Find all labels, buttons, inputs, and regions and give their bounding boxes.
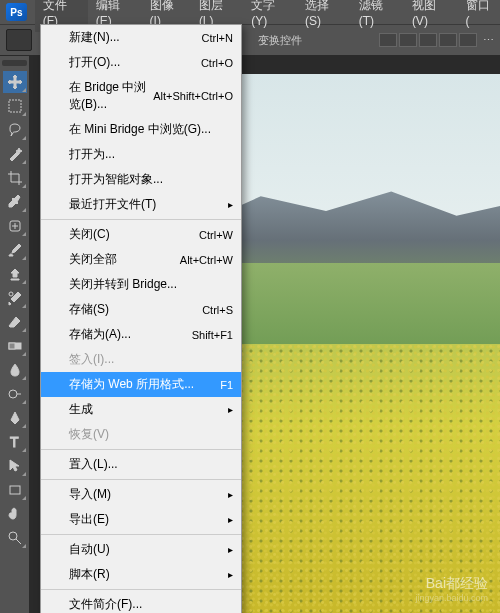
svg-rect-7 [10,486,20,494]
eyedropper-tool[interactable] [3,191,27,213]
lasso-tool[interactable] [3,119,27,141]
zoom-tool[interactable] [3,527,27,549]
menu-separator [41,219,241,220]
eraser-tool[interactable] [3,311,27,333]
menubar: Ps 文件(F) 编辑(E) 图像(I) 图层(L) 文字(Y) 选择(S) 滤… [0,0,500,24]
menu-shortcut: Ctrl+S [202,304,233,316]
dodge-tool[interactable] [3,383,27,405]
menu-select[interactable]: 选择(S) [297,0,351,32]
menu-separator [41,449,241,450]
brush-tool[interactable] [3,239,27,261]
menu-item-14[interactable]: 存储为 Web 所用格式...F1 [41,372,241,397]
menu-item-24[interactable]: 脚本(R)▸ [41,562,241,587]
menu-shortcut: Alt+Ctrl+W [180,254,233,266]
align-btn-4[interactable] [439,33,457,47]
menu-item-label: 自动(U) [69,541,110,558]
menu-item-label: 关闭(C) [69,226,110,243]
menu-item-label: 打开为... [69,146,115,163]
type-tool[interactable]: T [3,431,27,453]
menu-item-10[interactable]: 关闭并转到 Bridge... [41,272,241,297]
menu-item-15[interactable]: 生成▸ [41,397,241,422]
menu-separator [41,479,241,480]
menu-item-16: 恢复(V) [41,422,241,447]
menu-item-label: 存储为 Web 所用格式... [69,376,194,393]
menu-window[interactable]: 窗口( [458,0,500,32]
menu-shortcut: F1 [220,379,233,391]
menu-item-label: 存储为(A)... [69,326,131,343]
app-icon: Ps [6,3,27,21]
svg-rect-4 [9,343,15,349]
menu-item-label: 最近打开文件(T) [69,196,156,213]
tool-preset-icon[interactable] [6,29,32,51]
crop-tool[interactable] [3,167,27,189]
menu-item-label: 恢复(V) [69,426,109,443]
healing-brush-tool[interactable] [3,215,27,237]
menu-item-23[interactable]: 自动(U)▸ [41,537,241,562]
svg-rect-0 [9,100,21,112]
hand-tool[interactable] [3,503,27,525]
menu-shortcut: Ctrl+O [201,57,233,69]
menu-item-0[interactable]: 新建(N)...Ctrl+N [41,25,241,50]
menu-item-label: 生成 [69,401,93,418]
clone-stamp-tool[interactable] [3,263,27,285]
menu-item-label: 在 Mini Bridge 中浏览(G)... [69,121,211,138]
align-btn-5[interactable] [459,33,477,47]
rectangle-tool[interactable] [3,479,27,501]
menu-item-5[interactable]: 打开为智能对象... [41,167,241,192]
menu-item-label: 脚本(R) [69,566,110,583]
toolbox: T [0,56,30,613]
menu-item-26[interactable]: 文件简介(F)... [41,592,241,613]
menu-item-label: 打开为智能对象... [69,171,163,188]
menu-item-label: 关闭并转到 Bridge... [69,276,177,293]
svg-point-8 [9,532,17,540]
svg-point-2 [9,292,13,296]
marquee-tool[interactable] [3,95,27,117]
align-btn-1[interactable] [379,33,397,47]
pen-tool[interactable] [3,407,27,429]
menu-item-label: 文件简介(F)... [69,596,142,613]
menu-item-2[interactable]: 在 Bridge 中浏览(B)...Alt+Shift+Ctrl+O [41,75,241,117]
transform-controls-label: 变换控件 [258,33,302,48]
history-brush-tool[interactable] [3,287,27,309]
menu-item-label: 导入(M) [69,486,111,503]
dots-icon[interactable]: ⋯ [483,34,494,47]
watermark-sub: jingyan.baidu.com [415,593,488,603]
menu-shortcut: Ctrl+N [202,32,233,44]
menu-item-20[interactable]: 导入(M)▸ [41,482,241,507]
menu-separator [41,589,241,590]
menu-item-21[interactable]: 导出(E)▸ [41,507,241,532]
menu-filter[interactable]: 滤镜(T) [351,0,404,32]
menu-separator [41,534,241,535]
menu-item-12[interactable]: 存储为(A)...Shift+F1 [41,322,241,347]
menu-view[interactable]: 视图(V) [404,0,458,32]
menu-item-label: 新建(N)... [69,29,120,46]
submenu-arrow-icon: ▸ [228,404,233,415]
menu-item-1[interactable]: 打开(O)...Ctrl+O [41,50,241,75]
menu-item-8[interactable]: 关闭(C)Ctrl+W [41,222,241,247]
menu-shortcut: Shift+F1 [192,329,233,341]
gradient-tool[interactable] [3,335,27,357]
menu-item-9[interactable]: 关闭全部Alt+Ctrl+W [41,247,241,272]
blur-tool[interactable] [3,359,27,381]
menu-item-11[interactable]: 存储(S)Ctrl+S [41,297,241,322]
toolbox-grip[interactable] [2,60,27,66]
menu-item-13: 签入(I)... [41,347,241,372]
magic-wand-tool[interactable] [3,143,27,165]
menu-item-4[interactable]: 打开为... [41,142,241,167]
submenu-arrow-icon: ▸ [228,569,233,580]
svg-point-5 [9,390,17,398]
align-btn-2[interactable] [399,33,417,47]
watermark: Bai都经验 jingyan.baidu.com [415,575,488,603]
menu-item-label: 导出(E) [69,511,109,528]
menu-item-3[interactable]: 在 Mini Bridge 中浏览(G)... [41,117,241,142]
menu-type[interactable]: 文字(Y) [243,0,297,32]
path-selection-tool[interactable] [3,455,27,477]
menu-item-label: 关闭全部 [69,251,117,268]
menu-item-18[interactable]: 置入(L)... [41,452,241,477]
move-tool[interactable] [3,71,27,93]
menu-item-label: 在 Bridge 中浏览(B)... [69,79,153,113]
align-btn-3[interactable] [419,33,437,47]
submenu-arrow-icon: ▸ [228,489,233,500]
menu-item-6[interactable]: 最近打开文件(T)▸ [41,192,241,217]
menu-item-label: 存储(S) [69,301,109,318]
